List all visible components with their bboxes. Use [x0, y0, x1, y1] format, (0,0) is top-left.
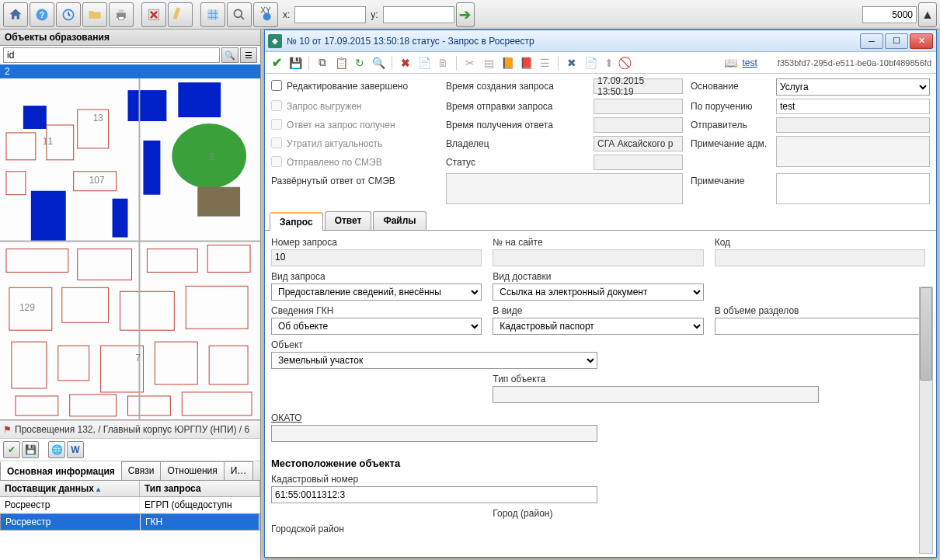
minimize-button[interactable]: ─ [860, 33, 883, 49]
svg-text:129: 129 [19, 302, 35, 313]
tab-links[interactable]: Связи [121, 461, 162, 480]
toolbar-link[interactable]: test [742, 57, 757, 68]
web-button[interactable]: 🌐 [48, 441, 65, 458]
grid-row[interactable]: Росреестр ГКН [0, 513, 260, 530]
save-disk-button[interactable]: 💾 [22, 441, 39, 458]
scrollbar-thumb[interactable] [920, 287, 932, 381]
apply-icon[interactable]: ✔ [270, 56, 284, 70]
response-checkbox [271, 119, 282, 130]
svg-text:?: ? [40, 11, 44, 19]
delivery-select[interactable]: Ссылка на электронный документ [493, 283, 703, 301]
go-button[interactable]: ➔ [456, 2, 475, 27]
grid-row[interactable]: Росреестр ЕГРП (общедоступн [0, 497, 260, 513]
tab-more[interactable]: И… [224, 461, 254, 480]
print-button[interactable] [109, 2, 134, 27]
refresh-icon[interactable]: ↻ [353, 56, 367, 70]
tab-relations[interactable]: Отношения [160, 461, 224, 480]
delivery-label: Вид доставки [493, 271, 703, 282]
modal-toolbar: ✔ 💾 ⧉ 📋 ↻ 🔍 ✖ 📄 🗎 ✂ ▤ 📙 📕 ☰ ✖ 📄 ⬆ ⃠ 📖 te… [265, 52, 936, 74]
owner-value: СГА Аксайского р [594, 136, 683, 151]
search-list-button[interactable]: ☰ [240, 47, 257, 63]
smev-full-label: Развёрнутый ответ от СМЭВ [271, 173, 438, 186]
word-button[interactable]: W [67, 441, 84, 458]
clock-button[interactable] [56, 2, 81, 27]
cad-no-input[interactable] [271, 486, 597, 503]
cut-icon[interactable]: ✂ [463, 56, 477, 70]
scale-up-button[interactable]: ▲ [918, 2, 937, 27]
main-toolbar: ? XY x: y: ➔ ▲ [0, 0, 940, 30]
arrow-right-icon: ➔ [459, 6, 471, 23]
note-textarea[interactable] [776, 173, 930, 204]
delete-icon[interactable]: ✖ [399, 56, 413, 70]
x-label: x: [283, 9, 290, 20]
scale-input[interactable] [862, 6, 917, 23]
order-input[interactable] [776, 99, 930, 114]
book-icon[interactable]: ▤ [482, 56, 496, 70]
home-button[interactable] [3, 2, 28, 27]
note-adm-textarea[interactable] [776, 136, 930, 167]
tab-response[interactable]: Ответ [325, 211, 372, 230]
search-find-button[interactable]: 🔍 [221, 47, 238, 63]
basis-select[interactable]: Услуга [776, 78, 930, 96]
x-input[interactable] [294, 6, 366, 23]
save-icon[interactable]: 💾 [288, 56, 302, 70]
status-value [594, 155, 683, 170]
delete-x-button[interactable] [141, 2, 166, 27]
ruler-button[interactable] [168, 2, 193, 27]
search-result-row[interactable]: 2 [0, 64, 260, 78]
search-input[interactable] [3, 47, 220, 63]
svg-text:11: 11 [43, 136, 54, 147]
form-select[interactable]: Кадастровый паспорт [493, 318, 703, 335]
search-icon[interactable]: 🔍 [371, 56, 385, 70]
smev-full-textarea[interactable] [446, 173, 683, 204]
up-icon[interactable]: ⬆ [602, 56, 616, 70]
folder-button[interactable] [82, 2, 107, 27]
tab-files[interactable]: Файлы [373, 211, 426, 230]
tab-main-info[interactable]: Основная информация [0, 461, 122, 480]
col-type[interactable]: Тип запроса [140, 481, 260, 496]
doc-add-icon[interactable]: 📄 [417, 56, 431, 70]
grid-button[interactable] [200, 2, 225, 27]
copy-icon[interactable]: ⧉ [315, 56, 329, 70]
sender-label: Отправитель [691, 117, 768, 133]
sender-value [776, 117, 930, 133]
help-button[interactable]: ? [30, 2, 54, 27]
gkn-select[interactable]: Об объекте [271, 318, 482, 335]
globe-button[interactable]: XY [253, 2, 278, 27]
docs-icon[interactable]: 🗎 [436, 56, 450, 70]
book2-icon[interactable]: 📙 [500, 56, 514, 70]
okato-label[interactable]: ОКАТО [271, 412, 704, 423]
y-input[interactable] [383, 6, 454, 23]
titlebar[interactable]: ◆ № 10 от 17.09.2015 13:50:18 статус - З… [265, 30, 936, 52]
list-icon[interactable]: ☰ [538, 56, 552, 70]
maximize-button[interactable]: ☐ [885, 33, 908, 49]
zoom-button[interactable] [227, 2, 252, 27]
paste-icon[interactable]: 📋 [334, 56, 348, 70]
object-select[interactable]: Земельный участок [271, 352, 597, 369]
tab-request[interactable]: Запрос [270, 212, 323, 231]
svg-text:7: 7 [135, 353, 141, 363]
check-button[interactable]: ✔ [3, 441, 20, 458]
col-provider[interactable]: Поставщик данных [0, 481, 140, 496]
city-area-label: Городской район [271, 523, 482, 534]
block-icon[interactable]: ⃠ [621, 56, 635, 70]
note-label: Примечание [691, 173, 768, 204]
edit-done-checkbox[interactable] [271, 80, 282, 91]
header-form: Редактирование завершено Время создания … [265, 74, 936, 208]
object-label: Объект [271, 339, 704, 350]
vol-input[interactable] [715, 318, 925, 335]
obj-type-label: Тип объекта [493, 374, 925, 384]
map-canvas[interactable]: 11133 1071297 [0, 78, 260, 420]
req-type-select[interactable]: Предоставление сведений, внесённы [271, 283, 482, 301]
svg-rect-16 [143, 141, 160, 195]
book3-icon[interactable]: 📕 [519, 56, 533, 70]
doc-icon[interactable]: 📄 [583, 56, 597, 70]
tools-icon[interactable]: ✖ [565, 56, 579, 70]
provider-grid: Поставщик данных Тип запроса Росреестр Е… [0, 481, 260, 530]
scrollbar[interactable] [919, 287, 933, 554]
obj-type-input[interactable] [493, 386, 819, 403]
breadcrumb: ⚑ Просвещения 132, / Главный корпус ЮРГП… [0, 420, 260, 439]
okato-input[interactable] [271, 425, 597, 442]
close-button[interactable]: ✕ [910, 33, 933, 49]
window-title: № 10 от 17.09.2015 13:50:18 статус - Зап… [287, 36, 860, 47]
